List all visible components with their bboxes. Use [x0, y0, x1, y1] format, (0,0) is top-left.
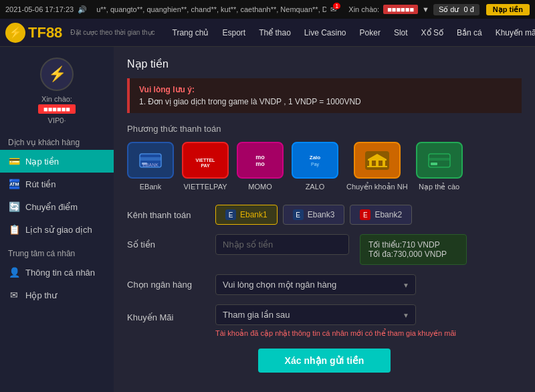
pm-label-momo: MOMO [248, 183, 272, 191]
thongtin-icon: 👤 [8, 266, 20, 278]
so-tien-input[interactable] [215, 234, 349, 255]
sidebar-item-chuyendiem[interactable]: 🔄 Chuyển điểm [0, 195, 114, 218]
svg-rect-21 [431, 163, 437, 165]
so-tien-row: Số tiền Tối thiểu:710 VNDP Tối đa:730,00… [127, 234, 522, 265]
balance-button[interactable]: Số dư 0 đ [433, 4, 479, 15]
khuyen-mai-select[interactable]: Tham gia lần sau [215, 304, 416, 325]
svg-text:PAY: PAY [201, 163, 210, 168]
sidebar-item-hopthu[interactable]: ✉ Hộp thư [0, 284, 114, 306]
ticker-text: u**, quangto**, quanghien**, chand**, ku… [96, 5, 326, 13]
amount-tooltip: Tối thiểu:710 VNDP Tối đa:730,000 VNDP [360, 234, 467, 265]
svg-text:mo: mo [255, 154, 265, 161]
nav-slogan: Đặt cược theo thời gian thực [70, 29, 154, 36]
so-tien-control: Tối thiểu:710 VNDP Tối đa:730,000 VNDP [215, 234, 522, 265]
pm-momo[interactable]: mo mo MOMO [237, 142, 284, 191]
sidebar-section-title-ca-nhan: Trung tâm cá nhân [0, 243, 114, 261]
pm-icon-viettelpay: VIETTEL PAY [182, 142, 229, 179]
top-bar: 2021-05-06 17:17:23 🔊 u**, quangto**, qu… [0, 0, 535, 19]
ruttien-icon: 🏧 [8, 178, 20, 190]
kenh-options: E Ebank1 E Ebank3 E Ebank2 [215, 205, 412, 225]
content-area: Nạp tiền Vui lòng lưu ý: 1. Đơn vị giao … [114, 47, 535, 392]
sidebar-item-lichsu[interactable]: 📋 Lịch sử giao dịch [0, 218, 114, 241]
nav-item-thethao[interactable]: Thể thao [252, 19, 298, 47]
kenh-btn-ebank1[interactable]: E Ebank1 [215, 205, 278, 225]
chon-ngan-hang-row: Chọn ngân hàng Vui lòng chọn một ngân hà… [127, 274, 522, 295]
kenh-btn-ebank2[interactable]: E Ebank2 [350, 205, 412, 225]
pm-zalo[interactable]: Zalo Pay ZALO [292, 142, 338, 191]
select-wrapper: Vui lòng chọn một ngân hàng [215, 274, 416, 295]
datetime: 2021-05-06 17:17:23 [5, 5, 74, 13]
sidebar-item-thongtin[interactable]: 👤 Thông tin cá nhân [0, 261, 114, 284]
nav-item-slot[interactable]: Slot [387, 19, 415, 47]
nav-item-poker[interactable]: Poker [353, 19, 387, 47]
nav-item-xoso[interactable]: Xổ Số [415, 19, 450, 47]
nav-logo[interactable]: ⚡ TF88 [5, 23, 62, 43]
pm-chuyen-khoan[interactable]: Chuyển khoản NH [346, 142, 408, 191]
svg-rect-16 [376, 161, 379, 166]
khuyen-mai-wrapper: Tham gia lần sau [215, 304, 416, 325]
volume-icon[interactable]: 🔊 [78, 5, 87, 14]
dropdown-icon[interactable]: ▼ [422, 5, 429, 13]
nav-item-trangchu[interactable]: Trang chủ [166, 19, 216, 47]
submit-button[interactable]: Xác nhận gửi tiền [258, 349, 391, 373]
tooltip-max: Tối đa:730,000 VNDP [368, 250, 458, 259]
amount-row-inner: Tối thiểu:710 VNDP Tối đa:730,000 VNDP [215, 234, 522, 265]
payment-methods: EBANK EBank VIETTEL PAY VIETTELPAY [127, 142, 522, 191]
sidebar: ⚡ Xin chào: ■■■■■■ VIP0· Dịch vụ khách h… [0, 47, 114, 392]
khuyen-mai-row: Khuyến Mãi Tham gia lần sau [127, 304, 522, 325]
email-badge: 1 [333, 3, 340, 9]
email-notification[interactable]: ✉ 1 [330, 5, 336, 14]
kenh-thanh-toan-row: Kênh thanh toán E Ebank1 E Ebank3 E Eban… [127, 205, 522, 225]
tooltip-min: Tối thiểu:710 VNDP [368, 240, 458, 250]
lichsu-icon: 📋 [8, 223, 20, 235]
svg-text:mo: mo [255, 161, 265, 167]
notice-text: 1. Đơn vị giao dịch trong game là VNDP ,… [139, 97, 512, 106]
svg-rect-18 [367, 166, 387, 167]
notice-title: Vui lòng lưu ý: [139, 85, 512, 94]
kenh-btn-ebank3[interactable]: E Ebank3 [283, 205, 345, 225]
avatar: ⚡ [40, 58, 74, 91]
chon-ngan-hang-label: Chọn ngân hàng [127, 274, 207, 290]
pm-nap-the[interactable]: Nạp thẻ cào [416, 142, 463, 191]
nav-item-banca[interactable]: Bắn cá [450, 19, 489, 47]
so-tien-label: Số tiền [127, 234, 207, 250]
pm-viettelpay[interactable]: VIETTEL PAY VIETTELPAY [182, 142, 229, 191]
sidebar-item-naptien[interactable]: 💳 Nạp tiền [0, 150, 114, 173]
svg-text:EBANK: EBANK [142, 163, 158, 167]
username-display: ■■■■■■ [383, 5, 418, 14]
sidebar-vip: VIP0· [48, 116, 66, 124]
pm-icon-momo: mo mo [237, 142, 284, 179]
sidebar-xin-chao: Xin chào: [41, 95, 72, 103]
hopthu-icon: ✉ [8, 289, 20, 301]
pm-label-zalo: ZALO [306, 183, 325, 191]
pm-label-nap-the: Nạp thẻ cào [419, 183, 459, 191]
svg-rect-1 [140, 157, 161, 161]
khuyen-mai-note: Tài khoản đã cập nhật thông tin cá nhân … [215, 329, 522, 338]
chon-ngan-hang-control: Vui lòng chọn một ngân hàng [215, 274, 522, 295]
notice-box: Vui lòng lưu ý: 1. Đơn vị giao dịch tron… [127, 78, 522, 113]
pm-icon-ebank: EBANK [127, 142, 174, 179]
pm-label-viettelpay: VIETTELPAY [183, 183, 227, 191]
pm-ebank[interactable]: EBANK EBank [127, 142, 174, 191]
khuyen-mai-label: Khuyến Mãi [127, 307, 207, 322]
ngan-hang-select[interactable]: Vui lòng chọn một ngân hàng [215, 274, 416, 295]
chuyendiem-icon: 🔄 [8, 201, 20, 213]
kenh-label: Kênh thanh toán [127, 210, 207, 220]
svg-rect-20 [429, 158, 450, 161]
naptien-icon: 💳 [8, 155, 20, 167]
ebank1-icon: E [225, 209, 236, 220]
svg-text:Pay: Pay [311, 162, 320, 167]
ebank2-icon: E [360, 209, 370, 220]
pm-icon-zalo: Zalo Pay [292, 142, 338, 179]
nav-item-livecasino[interactable]: Live Casino [298, 19, 353, 47]
logo-text: TF88 [28, 24, 62, 41]
payment-method-label: Phương thức thanh toán [127, 124, 522, 134]
nav-item-esport[interactable]: Esport [215, 19, 252, 47]
xin-chao-label: Xin chào: [348, 5, 379, 13]
nav-item-khuyenmai[interactable]: Khuyến mãi [489, 19, 535, 47]
sidebar-item-ruttien[interactable]: 🏧 Rút tiền [0, 173, 114, 195]
svg-rect-15 [369, 161, 372, 166]
sidebar-avatar: ⚡ Xin chào: ■■■■■■ VIP0· [0, 47, 114, 130]
naptien-top-button[interactable]: Nạp tiền [486, 4, 530, 15]
nav-items: Trang chủ Esport Thể thao Live Casino Po… [166, 19, 535, 47]
